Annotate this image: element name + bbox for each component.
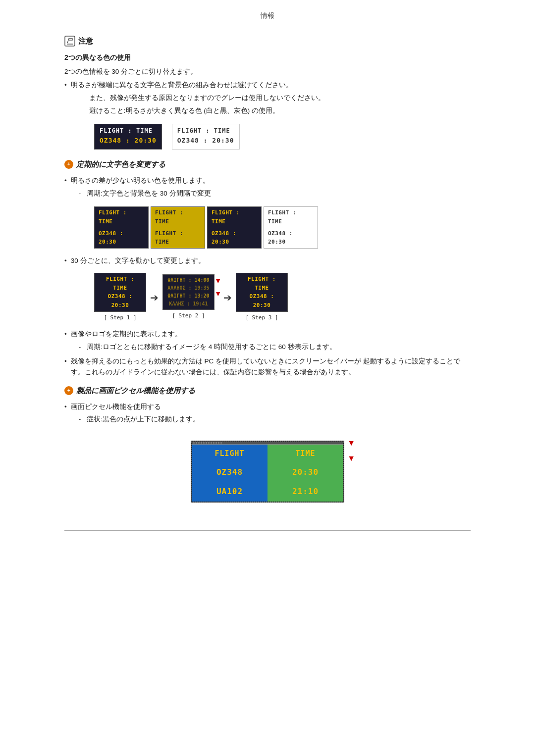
light-flight-value: OZ348 : 20:30: [177, 136, 234, 146]
step3-container: FLIGHT : TIME OZ348 : 20:30 [ Step 3 ]: [236, 273, 288, 322]
bullet-dot-3: •: [64, 255, 67, 266]
sub-bullet-2a: - 周期:文字色と背景色を 30 分間隔で変更: [79, 188, 471, 199]
dot-12: [220, 442, 222, 444]
pixel-display-inner: FLIGHT TIME OZ348 20:30 UA102 21:10: [192, 445, 343, 502]
arrow-right-1: ➔: [150, 290, 159, 305]
cycle-box-1: FLIGHT : TIME OZ348 : 20:30: [94, 206, 149, 248]
pixel-arrow-1: ▼: [347, 437, 355, 450]
pixel-header-time: TIME: [268, 445, 343, 462]
orange-circle-icon: +: [64, 160, 73, 169]
bullet-text-3: 30 分ごとに、文字を動かして変更します。: [71, 257, 205, 264]
step-row: FLIGHT : TIME OZ348 : 20:30 [ Step 1 ] ➔…: [94, 273, 471, 322]
bullet-content-4: 画像やロゴを定期的に表示します。 - 周期:ロゴとともに移動するイメージを 4 …: [71, 329, 471, 353]
pixel-arrow-2: ▼: [347, 452, 355, 465]
diagram-row-1: FLIGHT : TIME OZ348 : 20:30 FLIGHT : TIM…: [94, 124, 471, 150]
bullet-item-2: • 明るさの差が少ない明るい色を使用します。 - 周期:文字色と背景色を 30 …: [64, 175, 471, 200]
bullet-item-1: • 明るさが極端に異なる文字色と背景色の組み合わせは避けてください。 また、残像…: [64, 80, 471, 117]
step1-bot: OZ348 : 20:30: [99, 292, 142, 309]
pixel-row1-time: 20:30: [268, 462, 343, 482]
arrow-down-2: ▼: [214, 288, 221, 299]
section1-subtitle: 2つの異なる色の使用: [64, 52, 471, 63]
step3-box: FLIGHT : TIME OZ348 : 20:30: [236, 273, 288, 311]
step2-container: ΦΛΙΓΗΤ : 14:00 ΑΛΛΗ0Σ : 19:35 ΦΛΙΓΗΤ : 1…: [162, 274, 214, 320]
light-flight-label: FLIGHT : TIME: [177, 126, 234, 136]
pixel-row1-flight: OZ348: [192, 462, 268, 482]
step2-box: ΦΛΙΓΗΤ : 14:00 ΑΛΛΗ0Σ : 19:35 ΦΛΙΓΗΤ : 1…: [162, 274, 214, 310]
step1-container: FLIGHT : TIME OZ348 : 20:30 [ Step 1 ]: [94, 273, 146, 322]
page-footer: [64, 530, 471, 535]
bullet-item-5: • 残像を抑えるのにもっとも効果的な方法は PC を使用していないときにスクリー…: [64, 356, 471, 377]
sub-text-4a: 周期:ロゴとともに移動するイメージを 4 時間使用するごとに 60 秒表示します…: [87, 342, 336, 353]
section1-label: 注意: [78, 35, 93, 47]
bullet-content-5: 残像を抑えるのにもっとも効果的な方法は PC を使用していないときにスクリーンセ…: [71, 356, 471, 377]
cycle-box-3: FLIGHT : TIME OZ348 : 20:30: [207, 206, 262, 248]
pen-icon: [64, 36, 75, 47]
dark-flight-box: FLIGHT : TIME OZ348 : 20:30: [94, 124, 162, 150]
sub-bullet-1a: また、残像が発生する原因となりますのでグレーは使用しないでください。: [79, 93, 471, 103]
sub-text-6a: 症状:黒色の点が上下に移動します。: [87, 414, 200, 425]
cycle-box-1-top: FLIGHT : TIME: [95, 207, 148, 227]
bullet-item-3: • 30 分ごとに、文字を動かして変更します。: [64, 255, 471, 266]
cycle-box-3-bot: OZ348 : 20:30: [208, 228, 261, 248]
bullet-text-5: 残像を抑えるのにもっとも効果的な方法は PC を使用していないときにスクリーンセ…: [71, 357, 460, 376]
bullet-text-6: 画面ピクセル機能を使用する: [71, 403, 161, 410]
pixel-row2-flight: UA102: [192, 482, 268, 502]
sub-bullet-4a: - 周期:ロゴとともに移動するイメージを 4 時間使用するごとに 60 秒表示し…: [79, 342, 471, 353]
bullet-dot-6: •: [64, 402, 67, 426]
section4-title: + 製品に画面ピクセル機能を使用する: [64, 385, 471, 397]
arrow-down-1: ▼: [214, 275, 221, 286]
cycle-box-4: FLIGHT : TIME OZ348 : 20:30: [264, 206, 318, 248]
dot-5: [203, 442, 205, 444]
pixel-display: FLIGHT TIME OZ348 20:30 UA102 21:10: [191, 441, 344, 503]
cycle-row: FLIGHT : TIME OZ348 : 20:30 FLIGHT : TIM…: [94, 206, 471, 248]
step2-line2: ΑΛΛΗ0Σ : 19:35: [167, 284, 210, 292]
cycle-box-2-bot: FLIGHT : TIME: [151, 228, 205, 248]
sub-text-2a: 周期:文字色と背景色を 30 分間隔で変更: [87, 188, 211, 199]
arrow-right-2: ➔: [223, 290, 232, 305]
pixel-row-1: OZ348 20:30: [192, 462, 343, 482]
pixel-header-row: FLIGHT TIME: [192, 445, 343, 462]
dot-10: [215, 442, 217, 444]
bullet-dot-5: •: [64, 356, 67, 377]
bullet-text-2: 明るさの差が少ない明るい色を使用します。: [71, 177, 210, 184]
section1-desc: 2つの色情報を 30 分ごとに切り替えます。: [64, 66, 471, 77]
sub-text-1b: 避けること:明るさが大きく異なる色 (白と黒、灰色) の使用。: [89, 105, 279, 116]
bullet-dot-4: •: [64, 329, 67, 353]
dot-7: [208, 442, 210, 444]
pixel-dots: [192, 442, 343, 444]
step2-line3: ΦΛΙΓΗΤ : 13:20: [167, 292, 210, 300]
pixel-row2-time: 21:10: [268, 482, 343, 502]
dot-2: [196, 442, 197, 444]
cycle-box-1-bot: OZ348 : 20:30: [95, 228, 148, 248]
step1-top: FLIGHT : TIME: [99, 275, 142, 292]
bullet-content-2: 明るさの差が少ない明るい色を使用します。 - 周期:文字色と背景色を 30 分間…: [71, 175, 471, 200]
sub-text-1a: また、残像が発生する原因となりますのでグレーは使用しないでください。: [89, 93, 325, 103]
pixel-arrows: ▼ ▼: [347, 437, 355, 465]
cycle-box-2-top: FLIGHT : TIME: [151, 207, 205, 227]
step1-label: [ Step 1 ]: [94, 313, 146, 322]
bullet-dot: •: [64, 80, 67, 117]
dot-8: [211, 442, 212, 444]
dot-9: [213, 442, 214, 444]
pixel-row-2: UA102 21:10: [192, 482, 343, 502]
sub-bullet-6a: - 症状:黒色の点が上下に移動します。: [79, 414, 471, 425]
pixel-header-flight: FLIGHT: [192, 445, 268, 462]
orange-circle-icon-2: +: [64, 386, 73, 395]
dark-flight-value: OZ348 : 20:30: [100, 136, 157, 146]
section2-label: 定期的に文字色を変更する: [76, 158, 165, 170]
dot-3: [198, 442, 200, 444]
dark-flight-label: FLIGHT : TIME: [100, 126, 157, 136]
section4-label: 製品に画面ピクセル機能を使用する: [76, 385, 195, 397]
bullet-text-4: 画像やロゴを定期的に表示します。: [71, 330, 182, 338]
step3-top: FLIGHT : TIME: [240, 275, 283, 292]
page-header: 情報: [64, 10, 471, 25]
step3-bot: OZ348 : 20:30: [240, 292, 283, 309]
pixel-display-outer: FLIGHT TIME OZ348 20:30 UA102 21:10 ▼ ▼: [191, 433, 344, 510]
section1-title: 注意: [64, 35, 471, 47]
bullet-text-1: 明るさが極端に異なる文字色と背景色の組み合わせは避けてください。: [71, 81, 293, 89]
bullet-content-6: 画面ピクセル機能を使用する - 症状:黒色の点が上下に移動します。: [71, 402, 471, 426]
cycle-box-3-top: FLIGHT : TIME: [208, 207, 261, 227]
page: 情報 注意 2つの異なる色の使用 2つの色情報を 30 分ごとに切り替えます。 …: [45, 0, 490, 554]
svg-rect-0: [65, 36, 75, 46]
bullet-item-6: • 画面ピクセル機能を使用する - 症状:黒色の点が上下に移動します。: [64, 402, 471, 426]
